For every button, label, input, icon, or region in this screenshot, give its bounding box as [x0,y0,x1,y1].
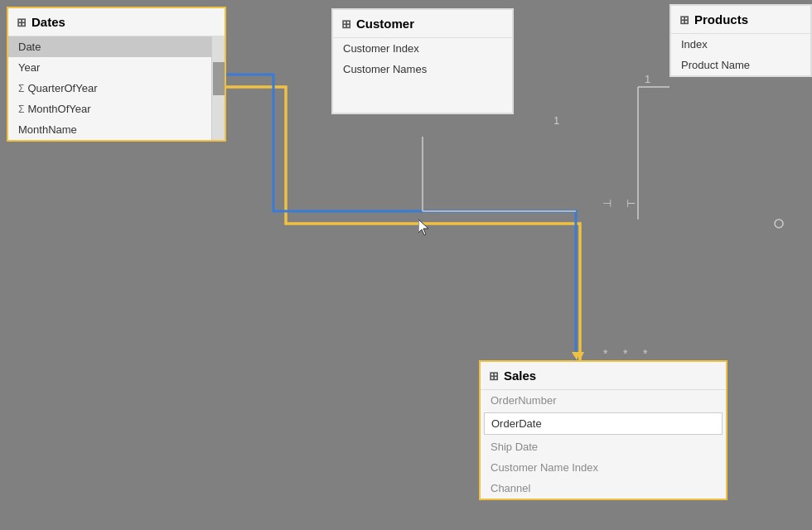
svg-text:*: * [643,347,648,360]
dates-field-date[interactable]: Date [8,36,225,57]
sales-table-header: ⊞ Sales [481,362,726,390]
sales-field-shipdate[interactable]: Ship Date [481,436,726,457]
products-field-name[interactable]: Product Name [671,55,810,75]
dates-scrollbar[interactable] [211,36,225,140]
svg-text:1: 1 [645,73,650,85]
table-icon-sales: ⊞ [489,369,499,383]
svg-point-12 [775,219,783,228]
customer-table: ⊞ Customer Customer Index Customer Names [331,8,514,114]
products-table-title: Products [694,12,748,26]
customer-field-index[interactable]: Customer Index [333,38,512,59]
svg-marker-15 [418,219,428,235]
dates-field-monthname[interactable]: MonthName [8,119,225,140]
svg-marker-9 [572,352,580,360]
svg-text:*: * [623,347,628,360]
dates-field-monthofyear[interactable]: ΣMonthOfYear [8,99,225,119]
products-field-index[interactable]: Index [671,34,810,55]
svg-text:*: * [603,347,608,360]
customer-table-header: ⊞ Customer [333,10,512,38]
table-icon-customer: ⊞ [341,17,351,31]
customer-table-title: Customer [356,17,414,31]
table-icon-products: ⊞ [679,13,689,26]
svg-marker-8 [576,352,584,360]
dates-field-year[interactable]: Year [8,57,225,78]
customer-field-names[interactable]: Customer Names [333,59,512,80]
dates-scrollbar-thumb[interactable] [213,62,225,95]
sales-field-channel[interactable]: Channel [481,478,726,499]
products-table-header: ⊞ Products [671,6,810,34]
dates-table-header: ⊞ Dates [8,8,225,36]
svg-text:⊣: ⊣ [602,197,611,210]
dates-table: ⊞ Dates Date Year ΣQuarterOfYear ΣMonthO… [7,7,226,142]
sales-table: ⊞ Sales OrderNumber OrderDate Ship Date … [479,360,727,500]
svg-text:1: 1 [553,114,559,127]
products-table: ⊞ Products Index Product Name [669,4,812,77]
dates-table-title: Dates [31,15,65,29]
sales-field-orderdate[interactable]: OrderDate [484,412,723,435]
sales-table-title: Sales [504,369,536,383]
mouse-cursor [418,219,432,239]
sales-field-customernameindex[interactable]: Customer Name Index [481,457,726,478]
table-icon-dates: ⊞ [17,16,27,29]
svg-text:⊢: ⊢ [626,197,636,210]
dates-field-quarterofyear[interactable]: ΣQuarterOfYear [8,78,225,99]
sales-field-ordernumber[interactable]: OrderNumber [481,390,726,411]
